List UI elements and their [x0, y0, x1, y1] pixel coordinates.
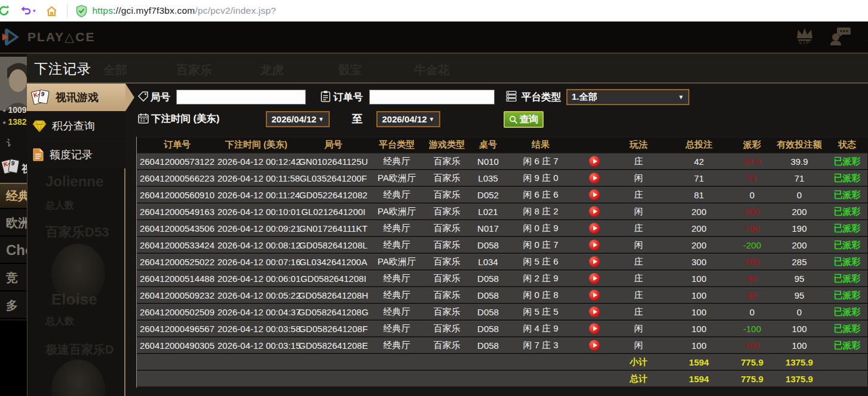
- vip-button[interactable]: VIP: [795, 26, 815, 45]
- cell-play-video: [577, 273, 612, 284]
- cell-valid: 0: [772, 307, 827, 317]
- play-video-button[interactable]: [589, 290, 600, 300]
- ghost-text: 总人数: [45, 315, 74, 328]
- ghost-tab: 骰宝: [338, 62, 362, 78]
- cell-play-video: [577, 173, 612, 183]
- hall-duo[interactable]: 多: [0, 293, 27, 319]
- column-header: 订单号: [137, 139, 217, 151]
- table-row: 2604120005435062026-04-12 00:09:21GN0172…: [137, 220, 867, 237]
- ghost-text: Jolienne: [45, 173, 103, 190]
- address-bar[interactable]: https://gci.myf7f3bx.com/pc/pcv2/index.j…: [76, 5, 277, 17]
- cell-play-video: [577, 189, 612, 200]
- balance-credit-value: 1382: [8, 117, 26, 127]
- cell-payout: 39.9: [732, 156, 772, 167]
- playace-logo-icon: [1, 26, 23, 48]
- playace-logo[interactable]: PLAY△CE: [1, 26, 95, 48]
- cell-valid: 100: [772, 324, 827, 334]
- cell-bet: 100: [665, 324, 732, 334]
- total-label: 总计: [612, 373, 665, 385]
- hall-europe[interactable]: 欧洲厅: [0, 210, 27, 237]
- order-no-input[interactable]: [369, 90, 495, 105]
- cell-order: 260412000543506: [137, 223, 217, 234]
- cell-table: D058: [472, 290, 504, 300]
- table-row: 2604120005731222026-04-12 00:12:42GN0102…: [137, 154, 867, 170]
- cell-result: 闲 6 庄 7: [504, 156, 577, 167]
- hall-classic[interactable]: 经典厅: [0, 183, 27, 209]
- table-body: 2604120005731222026-04-12 00:12:42GN0102…: [137, 154, 867, 354]
- search-icon: [509, 115, 518, 124]
- cell-result: 闲 5 庄 5: [504, 306, 577, 318]
- sidebar-item-credit-records[interactable]: 额度记录: [27, 141, 125, 168]
- tag-icon: [137, 91, 149, 103]
- cell-round: GD05226412082: [295, 190, 372, 200]
- cell-time: 2026-04-12 00:03:58: [217, 324, 295, 334]
- sidebar-item-video-games[interactable]: K♥ 9 视讯游戏: [27, 84, 125, 111]
- table-row: 2604120005662232026-04-12 00:11:58GL0352…: [137, 170, 867, 187]
- cell-bet: 200: [665, 207, 732, 217]
- play-video-button[interactable]: [589, 173, 600, 183]
- date-to-select[interactable]: 2026/04/12 ▼: [376, 111, 440, 127]
- column-header: 下注时间 (美东): [217, 139, 295, 151]
- sidebar-item-label: 额度记录: [50, 148, 93, 162]
- cell-status: 已派彩: [827, 223, 867, 234]
- cell-time: 2026-04-12 00:10:01: [217, 207, 295, 217]
- cell-game: 百家乐: [422, 189, 472, 201]
- play-video-button[interactable]: [589, 306, 600, 317]
- vip-label: VIP: [799, 39, 811, 45]
- balance-points: ✦1009: [2, 105, 27, 115]
- cell-bet: 200: [665, 223, 732, 234]
- chevron-down-icon: ▼: [318, 116, 324, 122]
- cell-result: 闲 5 庄 6: [504, 256, 577, 268]
- date-from-select[interactable]: 2026/04/12 ▼: [266, 111, 330, 127]
- cell-payout: 95: [732, 274, 772, 284]
- cell-play-video: [577, 340, 612, 351]
- play-video-button[interactable]: [589, 156, 600, 167]
- cell-payout: 95: [732, 290, 772, 300]
- cell-status: 已派彩: [827, 290, 867, 301]
- hall-choice[interactable]: Choice: [0, 238, 27, 264]
- customer-service-button[interactable]: [829, 26, 852, 45]
- play-video-button[interactable]: [589, 223, 600, 234]
- round-no-input[interactable]: [176, 90, 306, 105]
- play-icon: [593, 293, 597, 297]
- play-video-button[interactable]: [589, 189, 600, 200]
- cell-result: 闲 0 庄 9: [504, 223, 577, 234]
- table-row: 2604120005092322026-04-12 00:05:22GD0582…: [137, 287, 867, 304]
- cell-platform: 经典厅: [372, 273, 422, 284]
- hall-jing[interactable]: 竞: [0, 265, 27, 291]
- subtotal-label: 小计: [612, 357, 665, 368]
- cell-table: N017: [472, 223, 504, 234]
- play-icon: [593, 192, 597, 197]
- play-video-button[interactable]: [589, 323, 600, 334]
- play-video-button[interactable]: [589, 256, 600, 267]
- refresh-icon[interactable]: [0, 4, 11, 17]
- platform-type-value: 1.全部: [572, 91, 597, 103]
- play-video-button[interactable]: [589, 206, 600, 217]
- back-icon[interactable]: [19, 4, 32, 17]
- cell-payout: 71: [732, 173, 772, 183]
- sidebar-item-points-query[interactable]: 积分查询: [27, 112, 125, 140]
- play-video-button[interactable]: [589, 273, 600, 284]
- play-icon: [593, 326, 597, 331]
- back-dropdown-icon[interactable]: ▾: [33, 8, 36, 14]
- home-icon[interactable]: [45, 4, 59, 17]
- cell-order: 260412000514488: [137, 274, 217, 284]
- calendar-icon: [137, 112, 149, 124]
- header-icons: VIP ♪: [795, 26, 868, 45]
- play-video-button[interactable]: [589, 340, 600, 351]
- search-button[interactable]: 查询: [504, 111, 544, 128]
- url-scheme: https: [93, 5, 114, 16]
- ghost-text: Eloise: [51, 290, 97, 309]
- cell-play-video: [577, 306, 612, 317]
- cell-game: 百家乐: [422, 273, 472, 284]
- platform-type-select[interactable]: 1.全部 ▼: [566, 89, 689, 105]
- cell-round: GD0582641208I: [295, 274, 372, 284]
- cell-game: 百家乐: [422, 323, 472, 334]
- play-video-button[interactable]: [589, 240, 600, 250]
- total-row: 总计 1594 775.9 1375.9: [137, 371, 867, 388]
- cell-bet: 81: [665, 190, 732, 200]
- cell-play: 闲: [612, 173, 665, 184]
- cell-play: 庄: [612, 189, 665, 201]
- cell-result: 闲 9 庄 0: [504, 173, 577, 184]
- gem-icon: [32, 119, 47, 133]
